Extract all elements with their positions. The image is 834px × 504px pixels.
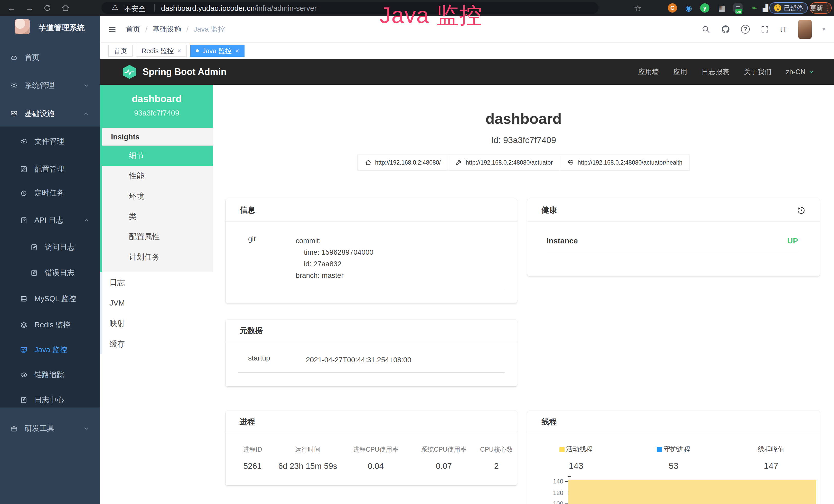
extension-leaf-icon[interactable]: ❧ xyxy=(749,3,759,13)
peak-threads-label: 线程峰值 xyxy=(758,445,785,454)
sidebar-item-label: 错误日志 xyxy=(45,268,74,278)
update-button[interactable]: 更新 ⋮ xyxy=(810,2,832,14)
tabs-row: 首页 Redis 监控 × Java 监控 × xyxy=(108,45,244,57)
actuator-url: http://192.168.0.2:48080/actuator xyxy=(466,159,553,166)
tab-redis-monitor[interactable]: Redis 监控 × xyxy=(136,45,187,57)
question-glyph: ? xyxy=(744,26,747,33)
threads-chart: 140 120 100 xyxy=(527,475,820,504)
security-label[interactable]: 不安全 xyxy=(124,4,146,14)
sba-locale-label: zh-CN xyxy=(786,68,806,76)
axis-tick xyxy=(565,493,568,493)
sidebar-item-label: 配置管理 xyxy=(35,164,64,174)
sidebar-item-api-log[interactable]: API 日志 xyxy=(0,211,100,230)
sidebar-item-label: 访问日志 xyxy=(45,242,74,252)
extension-icon-1[interactable]: C xyxy=(668,3,677,13)
health-url: http://192.168.0.2:48080/actuator/health xyxy=(578,159,682,166)
divider xyxy=(238,289,505,289)
threads-legend: 活动线程 143 守护进程 53 线程峰值 147 xyxy=(527,433,820,471)
browser-back-icon[interactable]: ← xyxy=(7,0,16,16)
sba-header: Spring Boot Admin 应用墙 应用 日志报表 关于我们 zh-CN xyxy=(100,59,834,85)
browser-home-icon[interactable] xyxy=(61,4,70,12)
sba-item-details[interactable]: 细节 xyxy=(100,145,213,166)
divider xyxy=(238,372,505,373)
sba-item-logs[interactable]: 日志 xyxy=(102,272,213,293)
sba-item-jvm[interactable]: JVM xyxy=(102,293,213,313)
extension-pin-icon[interactable]: ◉ xyxy=(684,3,693,13)
sba-item-classes[interactable]: 类 xyxy=(102,206,213,227)
sidebar-item-redis-monitor[interactable]: Redis 监控 xyxy=(0,316,100,334)
sba-item-mappings[interactable]: 映射 xyxy=(102,313,213,334)
tab-java-monitor[interactable]: Java 监控 × xyxy=(190,45,244,57)
extensions-puzzle-icon[interactable]: ▟ xyxy=(761,3,770,13)
sba-item-environment[interactable]: 环境 xyxy=(102,186,213,206)
extension-icon-2[interactable]: y xyxy=(700,3,709,13)
font-size-icon[interactable]: tT xyxy=(780,25,788,33)
fullscreen-icon[interactable] xyxy=(761,25,769,33)
sidebar-item-java-monitor[interactable]: Java 监控 xyxy=(0,341,100,359)
sba-item-scheduled[interactable]: 计划任务 xyxy=(102,247,213,267)
url-text[interactable]: dashboard.yudao.iocoder.cn/infra/admin-s… xyxy=(161,4,317,13)
paused-badge[interactable]: 已暂停 xyxy=(769,2,808,14)
health-instance-row[interactable]: Instance UP xyxy=(527,222,820,245)
sba-nav-journal[interactable]: 日志报表 xyxy=(701,67,729,76)
user-avatar[interactable] xyxy=(798,20,812,39)
divider xyxy=(547,252,798,252)
update-label: 更新 xyxy=(810,4,823,12)
sidebar-item-error-log[interactable]: 错误日志 xyxy=(0,264,100,282)
chevron-down-icon xyxy=(808,69,815,75)
actuator-url-button[interactable]: http://192.168.0.2:48080/actuator xyxy=(448,155,560,170)
sidebar-item-file-mgmt[interactable]: 文件管理 xyxy=(0,132,100,151)
paused-label: 已暂停 xyxy=(784,4,803,12)
sba-nav-about[interactable]: 关于我们 xyxy=(744,67,771,76)
app-logo-row[interactable]: 芋道管理系统 xyxy=(0,16,100,39)
sba-brand[interactable]: Spring Boot Admin xyxy=(122,59,226,85)
tab-label: 首页 xyxy=(114,46,127,55)
sidebar-item-access-log[interactable]: 访问日志 xyxy=(0,238,100,256)
breadcrumb-separator: / xyxy=(146,25,148,33)
browser-forward-icon[interactable]: → xyxy=(25,0,34,16)
sba-instance-header[interactable]: dashboard 93a3fc7f7409 xyxy=(100,85,213,129)
breadcrumb-infra[interactable]: 基础设施 xyxy=(153,24,181,34)
sidebar-item-infra[interactable]: 基础设施 xyxy=(0,105,100,123)
hamburger-icon[interactable] xyxy=(108,25,117,34)
chevron-down-icon xyxy=(83,426,89,432)
service-url-button[interactable]: http://192.168.0.2:48080/ xyxy=(357,155,448,170)
sba-main: dashboard Id: 93a3fc7f7409 http://192.16… xyxy=(213,85,834,504)
sba-nav-wallboard[interactable]: 应用墙 xyxy=(638,67,659,76)
sba-logo-icon xyxy=(122,65,137,79)
breadcrumb-home[interactable]: 首页 xyxy=(126,24,140,34)
sba-locale-select[interactable]: zh-CN xyxy=(786,68,815,76)
tab-close-icon[interactable]: × xyxy=(177,47,181,55)
sidebar-item-home[interactable]: 首页 xyxy=(0,48,100,67)
sidebar-item-scheduled-tasks[interactable]: 定时任务 xyxy=(0,184,100,202)
sba-item-metrics[interactable]: 性能 xyxy=(102,166,213,186)
browser-reload-icon[interactable] xyxy=(43,4,51,12)
sidebar-item-label: 链路追踪 xyxy=(35,370,64,380)
sba-item-config-props[interactable]: 配置属性 xyxy=(102,227,213,247)
sba-item-caches[interactable]: 缓存 xyxy=(102,334,213,354)
tab-close-icon[interactable]: × xyxy=(235,47,239,55)
browser-menu-icon[interactable]: ⋮ xyxy=(825,5,831,11)
tab-label: Java 监控 xyxy=(202,46,232,55)
sidebar-item-tracing[interactable]: 链路追踪 xyxy=(0,366,100,384)
avatar-caret-icon[interactable]: ▾ xyxy=(822,26,825,32)
bookmark-star-icon[interactable]: ☆ xyxy=(634,3,642,13)
sidebar-item-config-mgmt[interactable]: 配置管理 xyxy=(0,160,100,179)
extension-grid-icon[interactable]: ▦ xyxy=(717,3,726,13)
help-icon[interactable]: ? xyxy=(741,25,750,33)
tab-home[interactable]: 首页 xyxy=(108,45,133,57)
live-threads-label: 活动线程 xyxy=(566,445,593,454)
extension-onetab-icon[interactable]: ≡on xyxy=(733,3,743,13)
error-log-icon xyxy=(30,269,38,277)
on-badge: on xyxy=(736,9,742,14)
search-icon[interactable] xyxy=(701,25,710,33)
sba-nav-applications[interactable]: 应用 xyxy=(673,67,687,76)
sidebar-item-system[interactable]: 系统管理 xyxy=(0,76,100,95)
sidebar-item-dev-tools[interactable]: 研发工具 xyxy=(0,419,100,438)
address-bar[interactable]: ⚠ 不安全 dashboard.yudao.iocoder.cn/infra/a… xyxy=(102,2,598,14)
sidebar-item-mysql-monitor[interactable]: MySQL 监控 xyxy=(0,290,100,308)
health-url-button[interactable]: http://192.168.0.2:48080/actuator/health xyxy=(560,155,690,170)
sidebar-item-log-center[interactable]: 日志中心 xyxy=(0,391,100,409)
history-icon[interactable] xyxy=(796,205,806,215)
github-icon[interactable] xyxy=(721,25,730,34)
